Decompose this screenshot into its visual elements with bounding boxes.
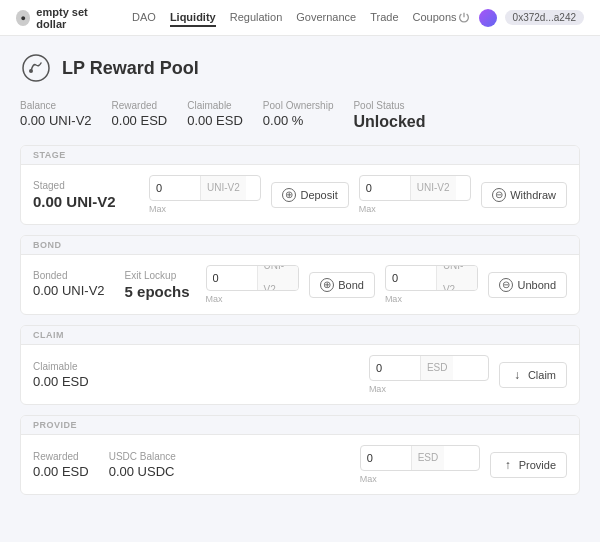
unbond-input-wrapper: UNI-V2 [385,265,479,291]
stage-controls: UNI-V2 Max ⊕ Deposit UNI-V2 Max ⊖ [149,175,567,214]
stat-claimable: Claimable 0.00 ESD [187,100,243,131]
stage-section: STAGE Staged 0.00 UNI-V2 UNI-V2 Max ⊕ De… [20,145,580,225]
claim-controls: ESD Max ↓ Claim [149,355,567,394]
claim-max[interactable]: Max [369,384,489,394]
claimable-info-value: 0.00 ESD [33,374,133,389]
exit-lockup-value: 5 epochs [125,283,190,300]
provide-info-row: Rewarded 0.00 ESD USDC Balance 0.00 USDC [33,451,176,479]
claim-unit: ESD [420,356,454,380]
bond-controls: UNI-V2 Max ⊕ Bond UNI-V2 Max ⊖ [206,265,567,304]
claim-input[interactable] [370,358,420,378]
provide-unit: ESD [411,446,445,470]
bond-input-group: UNI-V2 Max [206,265,300,304]
deposit-btn-label: Deposit [300,189,337,201]
provide-input-wrapper: ESD [360,445,480,471]
provide-max[interactable]: Max [360,474,480,484]
bond-max[interactable]: Max [206,294,300,304]
page-content: LP Reward Pool Balance 0.00 UNI-V2 Rewar… [0,36,600,521]
page-title: LP Reward Pool [62,58,199,79]
exit-lockup-info: Exit Lockup 5 epochs [125,270,190,300]
provide-input-group: ESD Max [360,445,480,484]
withdraw-max[interactable]: Max [359,204,471,214]
staged-info: Staged 0.00 UNI-V2 [33,180,133,210]
logo-text: empty set dollar [36,6,112,30]
nav-coupons[interactable]: Coupons [413,9,457,27]
withdraw-unit: UNI-V2 [410,176,456,200]
nav-regulation[interactable]: Regulation [230,9,283,27]
withdraw-button[interactable]: ⊖ Withdraw [481,182,567,208]
svg-point-0 [23,55,49,81]
claim-section: CLAIM Claimable 0.00 ESD ESD Max ↓ Claim [20,325,580,405]
nav-liquidity[interactable]: Liquidity [170,9,216,27]
unbond-max[interactable]: Max [385,294,479,304]
nav-links: DAO Liquidity Regulation Governance Trad… [132,9,457,27]
provide-input[interactable] [361,448,411,468]
pool-status-value: Unlocked [353,113,425,131]
bond-button[interactable]: ⊕ Bond [309,272,375,298]
rewarded-label: Rewarded [112,100,168,111]
unbond-icon: ⊖ [499,278,513,292]
exit-lockup-label: Exit Lockup [125,270,190,281]
usdc-balance-value: 0.00 USDC [109,464,176,479]
bond-icon: ⊕ [320,278,334,292]
staged-label: Staged [33,180,133,191]
bond-info: Bonded 0.00 UNI-V2 Exit Lockup 5 epochs [33,270,190,300]
claimable-info-label: Claimable [33,361,133,372]
unbond-unit: UNI-V2 [436,266,478,290]
stats-row: Balance 0.00 UNI-V2 Rewarded 0.00 ESD Cl… [20,100,580,131]
provide-info: Rewarded 0.00 ESD USDC Balance 0.00 USDC [33,451,176,479]
provide-icon: ↑ [501,458,515,472]
stat-pool-status: Pool Status Unlocked [353,100,425,131]
deposit-input-wrapper: UNI-V2 [149,175,261,201]
logo-icon: ● [16,10,30,26]
claim-button[interactable]: ↓ Claim [499,362,567,388]
nav-governance[interactable]: Governance [296,9,356,27]
bond-input[interactable] [207,268,257,288]
pool-status-label: Pool Status [353,100,425,111]
pool-ownership-label: Pool Ownership [263,100,334,111]
bond-unit: UNI-V2 [257,266,299,290]
pool-ownership-value: 0.00 % [263,113,334,128]
page-header: LP Reward Pool [20,52,580,84]
deposit-input-group: UNI-V2 Max [149,175,261,214]
stat-balance: Balance 0.00 UNI-V2 [20,100,92,131]
stat-rewarded: Rewarded 0.00 ESD [112,100,168,131]
provide-section: PROVIDE Rewarded 0.00 ESD USDC Balance 0… [20,415,580,495]
deposit-input[interactable] [150,178,200,198]
navigation: ● empty set dollar DAO Liquidity Regulat… [0,0,600,36]
nav-right: 0x372d...a242 [457,9,584,27]
avatar [479,9,497,27]
claimable-value: 0.00 ESD [187,113,243,128]
lp-icon [20,52,52,84]
bond-input-wrapper: UNI-V2 [206,265,300,291]
unbond-input[interactable] [386,268,436,288]
nav-trade[interactable]: Trade [370,9,398,27]
unbond-input-group: UNI-V2 Max [385,265,479,304]
bond-header: BOND [21,236,579,255]
claimable-label: Claimable [187,100,243,111]
withdraw-input[interactable] [360,178,410,198]
bonded-label: Bonded [33,270,105,281]
provide-button[interactable]: ↑ Provide [490,452,567,478]
balance-value: 0.00 UNI-V2 [20,113,92,128]
provide-controls: ESD Max ↑ Provide [192,445,567,484]
withdraw-icon: ⊖ [492,188,506,202]
unbond-button[interactable]: ⊖ Unbond [488,272,567,298]
claim-input-wrapper: ESD [369,355,489,381]
deposit-max[interactable]: Max [149,204,261,214]
provide-rewarded-label: Rewarded [33,451,89,462]
deposit-unit: UNI-V2 [200,176,246,200]
stage-header: STAGE [21,146,579,165]
wallet-address[interactable]: 0x372d...a242 [505,10,584,25]
claim-header: CLAIM [21,326,579,345]
claim-info: Claimable 0.00 ESD [33,361,133,389]
provide-rewarded-value: 0.00 ESD [33,464,89,479]
bond-body: Bonded 0.00 UNI-V2 Exit Lockup 5 epochs … [21,255,579,314]
staged-value: 0.00 UNI-V2 [33,193,133,210]
power-icon[interactable] [457,11,471,25]
nav-dao[interactable]: DAO [132,9,156,27]
stat-pool-ownership: Pool Ownership 0.00 % [263,100,334,131]
stage-body: Staged 0.00 UNI-V2 UNI-V2 Max ⊕ Deposit [21,165,579,224]
deposit-button[interactable]: ⊕ Deposit [271,182,348,208]
rewarded-value: 0.00 ESD [112,113,168,128]
